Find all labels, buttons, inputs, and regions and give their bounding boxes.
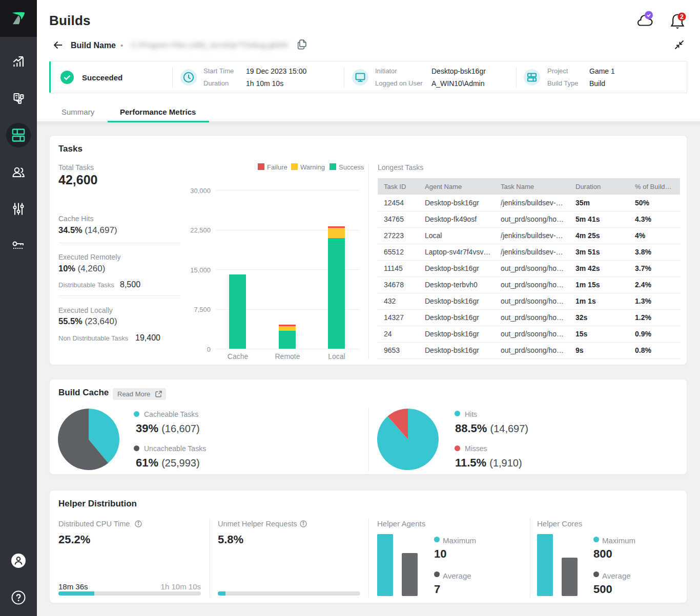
svg-text:2: 2 xyxy=(680,13,684,20)
